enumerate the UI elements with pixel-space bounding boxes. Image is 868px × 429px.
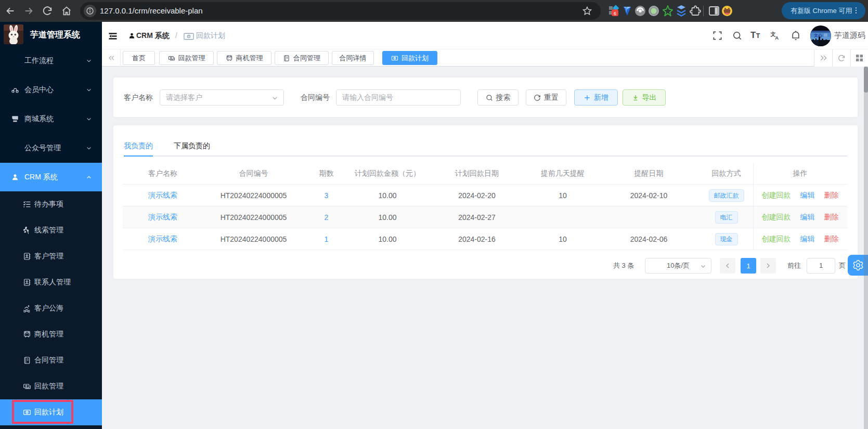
svg-text:A: A (775, 35, 779, 41)
svg-text:文心: 文心 (813, 33, 823, 38)
svg-text:6: 6 (614, 11, 616, 16)
